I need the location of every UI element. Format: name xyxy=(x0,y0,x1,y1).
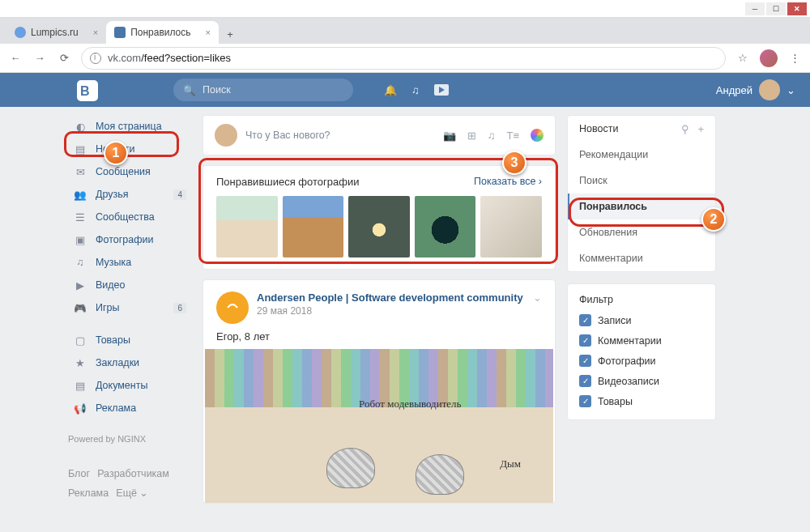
news-icon: ▤ xyxy=(73,143,87,155)
checkbox-checked-icon: ✓ xyxy=(579,314,591,326)
attach-text-icon[interactable]: T≡ xyxy=(506,130,519,142)
sidebar-footer: Powered by NGINX Блог Разработчикам Рекл… xyxy=(68,431,191,503)
attach-photo-icon[interactable]: 📷 xyxy=(443,130,456,142)
photo-thumb[interactable] xyxy=(415,196,476,257)
video-play-icon[interactable] xyxy=(434,84,449,96)
friends-icon: 👥 xyxy=(73,189,87,201)
site-info-icon[interactable] xyxy=(90,53,101,64)
powered-by-label: Powered by NGINX xyxy=(68,431,191,448)
composer[interactable]: Что у Вас нового? 📷 ⊞ ♫ T≡ xyxy=(202,115,556,155)
attach-more-icon[interactable] xyxy=(531,129,544,142)
sidebar-item-photos[interactable]: ▣Фотографии xyxy=(68,228,191,251)
bookmark-star-icon[interactable]: ☆ xyxy=(735,52,750,64)
post-author-link[interactable]: Andersen People | Software development c… xyxy=(257,292,523,304)
search-icon: 🔍 xyxy=(183,84,196,96)
tab-favicon xyxy=(114,27,126,38)
right-nav-title: Новости xyxy=(579,123,618,134)
sidebar-item-groups[interactable]: ☰Сообщества xyxy=(68,206,191,228)
composer-avatar-icon xyxy=(215,124,237,147)
sidebar-item-market[interactable]: ▢Товары xyxy=(68,329,191,351)
filter-option-videos[interactable]: ✓Видеозаписи xyxy=(568,371,715,391)
search-input[interactable]: 🔍 Поиск xyxy=(173,79,353,101)
photo-thumb[interactable] xyxy=(283,196,344,257)
right-nav-item-search[interactable]: Поиск xyxy=(568,168,715,194)
sidebar-item-ads[interactable]: 📢Реклама xyxy=(68,397,191,419)
ads-icon: 📢 xyxy=(73,402,87,415)
profile-icon: ◐ xyxy=(73,121,87,133)
annotation-marker: 2 xyxy=(701,207,726,232)
post-more-icon[interactable]: ⌄ xyxy=(533,292,542,304)
sidebar-item-label: Музыка xyxy=(96,257,131,268)
tab-title: Lumpics.ru xyxy=(31,27,79,38)
image-annotation: Робот модевыводитель xyxy=(359,398,462,411)
filter-option-photos[interactable]: ✓Фотографии xyxy=(568,351,715,371)
footer-link-ads[interactable]: Реклама xyxy=(68,487,109,499)
address-bar[interactable]: vk.com/feed?section=likes xyxy=(81,47,726,70)
window-maximize-button[interactable]: ☐ xyxy=(766,2,786,15)
vk-logo-icon[interactable]: B xyxy=(77,80,98,101)
filter-title: Фильтр xyxy=(568,284,715,310)
right-nav-header[interactable]: Новости ⚲ + xyxy=(568,116,715,142)
footer-link-devs[interactable]: Разработчикам xyxy=(97,468,169,479)
sidebar-item-label: Товары xyxy=(96,334,130,346)
notifications-icon[interactable]: 🔔 xyxy=(384,84,397,96)
username-label: Андрей xyxy=(716,84,752,96)
browser-tab-active[interactable]: Понравилось × xyxy=(106,21,219,44)
url-text: vk.com/feed?section=likes xyxy=(108,52,231,64)
user-menu[interactable]: Андрей ⌄ xyxy=(716,79,795,100)
svg-point-4 xyxy=(224,299,241,317)
browser-tab[interactable]: Lumpics.ru × xyxy=(6,21,106,44)
sidebar-item-friends[interactable]: 👥Друзья4 xyxy=(68,183,191,206)
browser-toolbar: ← → ⟳ vk.com/feed?section=likes ☆ ⋮ xyxy=(0,44,810,73)
reload-button[interactable]: ⟳ xyxy=(57,52,71,64)
tab-title: Понравилось xyxy=(130,27,190,38)
filter-icon[interactable]: ⚲ xyxy=(681,123,689,135)
footer-link-blog[interactable]: Блог xyxy=(68,468,90,479)
window-minimize-button[interactable]: ─ xyxy=(745,2,765,15)
post-author-avatar-icon[interactable] xyxy=(216,292,249,324)
attach-music-icon[interactable]: ♫ xyxy=(488,130,496,142)
post-image[interactable]: Робот модевыводитель Дым xyxy=(205,349,553,503)
sidebar-item-docs[interactable]: ▤Документы xyxy=(68,374,191,397)
market-icon: ▢ xyxy=(73,334,87,347)
filter-option-goods[interactable]: ✓Товары xyxy=(568,391,715,411)
tab-close-icon[interactable]: × xyxy=(206,28,211,37)
feed-post: Andersen People | Software development c… xyxy=(202,279,556,504)
chevron-down-icon: ⌄ xyxy=(787,84,795,96)
left-sidebar: ◐Моя страница ▤Новости ✉Сообщения 👥Друзь… xyxy=(68,115,191,532)
sidebar-item-music[interactable]: ♫Музыка xyxy=(68,251,191,274)
right-nav-item-comments[interactable]: Комментарии xyxy=(568,245,715,271)
browser-tabstrip: Lumpics.ru × Понравилось × + xyxy=(0,18,810,44)
tab-close-icon[interactable]: × xyxy=(93,28,98,37)
attach-video-icon[interactable]: ⊞ xyxy=(467,130,476,142)
music-icon: ♫ xyxy=(73,257,87,268)
right-nav-item-liked[interactable]: Понравилось xyxy=(568,194,715,219)
right-nav-item-recs[interactable]: Рекомендации xyxy=(568,142,715,168)
sidebar-item-bookmarks[interactable]: ★Закладки xyxy=(68,351,191,374)
news-filter-nav: Новости ⚲ + Рекомендации Поиск Понравило… xyxy=(567,115,716,272)
photo-thumb[interactable] xyxy=(480,196,542,257)
filter-option-posts[interactable]: ✓Записи xyxy=(568,310,715,330)
show-all-link[interactable]: Показать все › xyxy=(474,176,542,188)
footer-link-more[interactable]: Ещё ⌄ xyxy=(116,487,148,499)
sidebar-item-label: Закладки xyxy=(96,357,139,368)
sidebar-item-profile[interactable]: ◐Моя страница xyxy=(68,115,191,138)
forward-button[interactable]: → xyxy=(32,52,47,64)
sidebar-item-games[interactable]: 🎮Игры6 xyxy=(68,296,191,319)
user-avatar-icon xyxy=(759,79,780,100)
photo-thumb[interactable] xyxy=(348,196,410,257)
new-tab-button[interactable]: + xyxy=(219,24,241,44)
right-nav-item-updates[interactable]: Обновления xyxy=(568,219,715,245)
sidebar-item-news[interactable]: ▤Новости xyxy=(68,138,191,160)
music-player-icon[interactable]: ♫ xyxy=(411,84,420,96)
window-close-button[interactable]: ✕ xyxy=(787,2,807,15)
filter-option-comments[interactable]: ✓Комментарии xyxy=(568,330,715,351)
profile-avatar-icon[interactable] xyxy=(760,49,778,67)
plus-icon[interactable]: + xyxy=(697,123,704,135)
browser-menu-button[interactable]: ⋮ xyxy=(787,52,802,64)
back-button[interactable]: ← xyxy=(8,52,23,64)
sidebar-item-video[interactable]: ▶Видео xyxy=(68,274,191,296)
sidebar-item-messages[interactable]: ✉Сообщения xyxy=(68,160,191,183)
checkbox-checked-icon: ✓ xyxy=(579,334,591,347)
photo-thumb[interactable] xyxy=(216,196,278,257)
